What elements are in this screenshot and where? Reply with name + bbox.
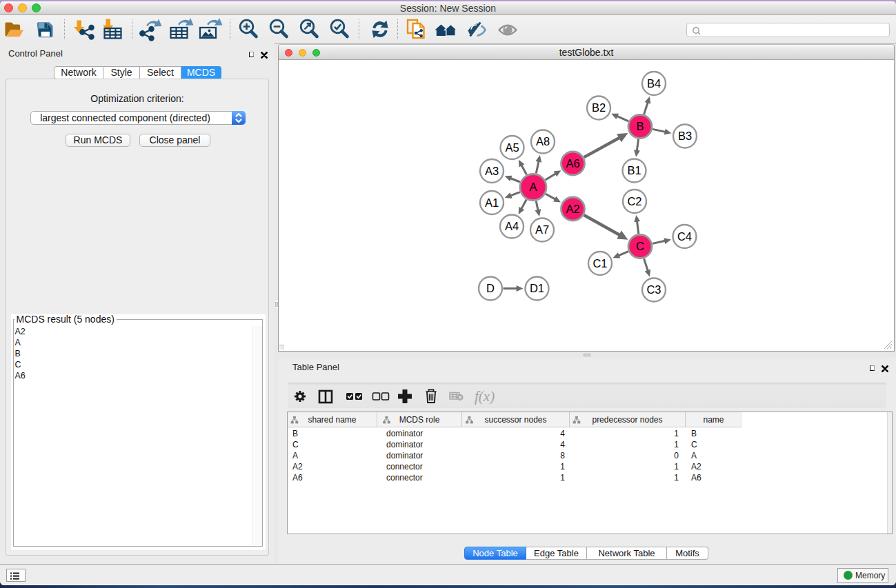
- svg-text:C: C: [636, 240, 644, 252]
- svg-text:C2: C2: [627, 195, 641, 207]
- svg-text:A1: A1: [485, 196, 499, 209]
- svg-text:B4: B4: [647, 77, 661, 90]
- svg-text:f(x): f(x): [475, 388, 495, 405]
- svg-text:C3: C3: [646, 283, 661, 296]
- svg-text:B3: B3: [678, 130, 692, 142]
- svg-text:C1: C1: [593, 257, 607, 270]
- svg-text:A6: A6: [566, 157, 579, 170]
- svg-text:B2: B2: [592, 101, 606, 114]
- svg-text:A2: A2: [566, 203, 579, 215]
- svg-text:D1: D1: [530, 282, 544, 294]
- svg-text:A4: A4: [505, 220, 519, 232]
- svg-text:B: B: [636, 120, 644, 132]
- svg-text:A: A: [529, 181, 537, 193]
- svg-text:A3: A3: [485, 165, 499, 177]
- svg-text:D: D: [486, 282, 495, 294]
- svg-text:A5: A5: [505, 141, 519, 154]
- svg-text:C4: C4: [677, 230, 692, 243]
- svg-text:A7: A7: [535, 223, 549, 236]
- svg-text:B1: B1: [627, 164, 641, 176]
- svg-text:A8: A8: [536, 135, 550, 148]
